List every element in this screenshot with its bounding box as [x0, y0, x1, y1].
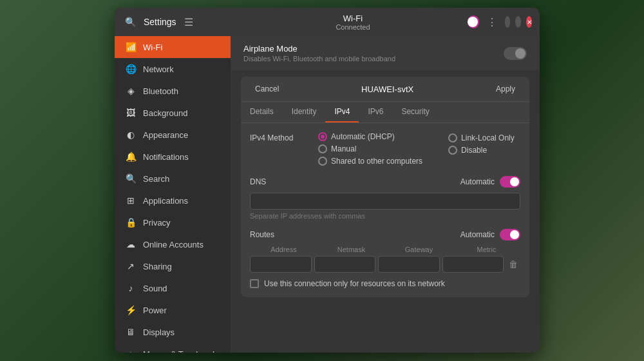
dialog-header: Cancel HUAWEI-svtX Apply	[241, 77, 529, 102]
dns-input[interactable]	[250, 193, 520, 210]
applications-icon: ⊞	[125, 195, 137, 206]
appearance-icon: ◐	[125, 130, 137, 140]
sidebar-item-label: Appearance	[143, 130, 188, 140]
routes-row: Routes Automatic	[250, 229, 520, 240]
sidebar-item-power[interactable]: ⚡ Power	[115, 299, 231, 321]
sidebar-item-sharing[interactable]: ↗ Sharing	[115, 255, 231, 277]
apply-button[interactable]: Apply	[491, 82, 520, 96]
minimize-button[interactable]: −	[505, 16, 511, 28]
search-icon[interactable]: 🔍	[122, 14, 138, 30]
privacy-icon: 🔒	[125, 217, 137, 228]
sidebar-item-background[interactable]: 🖼 Background	[115, 102, 231, 124]
close-button[interactable]: ✕	[526, 16, 532, 28]
radio-automatic[interactable]: Automatic (DHCP)	[318, 132, 422, 141]
radio-manual[interactable]: Manual	[318, 144, 422, 153]
wifi-panel-status: Connected	[336, 23, 370, 31]
sidebar-item-mouse-touchpad[interactable]: ⌖ Mouse & Touchpad	[115, 343, 231, 353]
sidebar-item-label: Privacy	[143, 218, 171, 228]
sidebar-item-notifications[interactable]: 🔔 Notifications	[115, 146, 231, 168]
sidebar-item-label: Notifications	[143, 152, 189, 162]
routes-gateway-input[interactable]	[378, 256, 440, 273]
airplane-title: Airplane Mode	[243, 44, 395, 54]
sidebar-item-network[interactable]: 🌐 Network	[115, 58, 231, 80]
background-icon: 🖼	[125, 108, 137, 118]
routes-label: Routes	[250, 230, 274, 239]
routes-col-netmask: Netmask	[320, 246, 383, 253]
airplane-mode-section: Airplane Mode Disables Wi-Fi, Bluetooth …	[231, 36, 540, 70]
power-icon: ⚡	[125, 305, 137, 315]
wifi-icon: 📶	[125, 42, 137, 52]
sidebar-item-label: Sharing	[143, 262, 172, 271]
wifi-toggle[interactable]	[468, 15, 479, 28]
radio-shared-circle	[318, 157, 327, 166]
sidebar-item-label: Network	[143, 64, 174, 74]
title-bar-right: ⋮ − □ ✕	[468, 14, 532, 31]
radio-shared-label: Shared to other computers	[331, 157, 422, 166]
routes-address-input[interactable]	[250, 256, 312, 273]
sidebar-item-search[interactable]: 🔍 Search	[115, 168, 231, 190]
radio-automatic-circle	[318, 132, 327, 141]
ipv4-method-label: IPv4 Method	[250, 132, 308, 142]
title-bar-center: Wi-Fi Connected	[238, 14, 468, 31]
radio-manual-label: Manual	[331, 144, 356, 153]
radio-shared[interactable]: Shared to other computers	[318, 157, 422, 166]
hamburger-icon[interactable]: ☰	[182, 14, 196, 31]
tab-details[interactable]: Details	[241, 102, 283, 122]
sidebar-item-label: Wi-Fi	[143, 43, 162, 52]
airplane-toggle[interactable]	[504, 47, 527, 60]
sidebar-item-appearance[interactable]: ◐ Appearance	[115, 124, 231, 146]
tab-ipv6[interactable]: IPv6	[359, 102, 392, 122]
only-resources-row: Use this connection only for resources o…	[250, 279, 520, 288]
more-options-icon[interactable]: ⋮	[484, 14, 500, 31]
wifi-panel-title: Wi-Fi	[343, 14, 363, 23]
routes-delete-button[interactable]: 🗑	[506, 258, 520, 271]
sidebar-item-wifi[interactable]: 📶 Wi-Fi	[115, 36, 231, 58]
tab-identity[interactable]: Identity	[283, 102, 326, 122]
ipv4-right-options: Link-Local Only Disable	[448, 132, 515, 155]
radio-link-local[interactable]: Link-Local Only	[448, 133, 515, 142]
sidebar-item-label: Bluetooth	[143, 86, 178, 96]
displays-icon: 🖥	[125, 327, 137, 337]
maximize-button[interactable]: □	[515, 16, 521, 28]
routes-netmask-input[interactable]	[314, 256, 376, 273]
radio-link-local-label: Link-Local Only	[461, 133, 515, 142]
sharing-icon: ↗	[125, 261, 137, 271]
only-resources-checkbox[interactable]	[250, 279, 259, 288]
dialog-title: HUAWEI-svtX	[361, 84, 413, 94]
airplane-description: Disables Wi-Fi, Bluetooth and mobile bro…	[243, 55, 395, 63]
bluetooth-icon: ◈	[125, 86, 137, 96]
sidebar-item-label: Displays	[143, 327, 175, 337]
dns-label: DNS	[250, 177, 266, 186]
content-area: 📶 Wi-Fi 🌐 Network ◈ Bluetooth 🖼 Backgrou…	[115, 36, 540, 353]
ipv4-left-options: Automatic (DHCP) Manual Shared to other …	[318, 132, 422, 166]
title-bar-left: 🔍 Settings ☰	[122, 14, 238, 31]
sidebar-item-label: Mouse & Touchpad	[143, 349, 214, 353]
sidebar-item-privacy[interactable]: 🔒 Privacy	[115, 211, 231, 233]
sidebar-item-sound[interactable]: ♪ Sound	[115, 277, 231, 299]
settings-window: 🔍 Settings ☰ Wi-Fi Connected ⋮ − □ ✕ 📶 W…	[115, 8, 540, 353]
sidebar-item-bluetooth[interactable]: ◈ Bluetooth	[115, 80, 231, 102]
sidebar-item-label: Sound	[143, 284, 167, 293]
dns-auto-toggle[interactable]	[500, 176, 520, 188]
routes-input-row: 🗑	[250, 256, 520, 273]
routes-auto-toggle[interactable]	[500, 229, 520, 240]
cancel-button[interactable]: Cancel	[250, 82, 284, 96]
dialog-body: IPv4 Method Automatic (DHCP) Manual	[241, 123, 529, 297]
radio-automatic-label: Automatic (DHCP)	[331, 132, 395, 141]
sidebar-item-online-accounts[interactable]: ☁ Online Accounts	[115, 233, 231, 255]
routes-metric-input[interactable]	[442, 256, 504, 273]
network-icon: 🌐	[125, 64, 137, 74]
tab-security[interactable]: Security	[392, 102, 438, 122]
dns-row: DNS Automatic	[250, 176, 520, 188]
dns-hint: Separate IP addresses with commas	[250, 212, 520, 220]
sidebar-item-displays[interactable]: 🖥 Displays	[115, 321, 231, 343]
routes-col-gateway: Gateway	[388, 246, 450, 253]
sidebar-item-applications[interactable]: ⊞ Applications	[115, 190, 231, 211]
dns-auto-label: Automatic	[460, 177, 495, 186]
routes-col-address: Address	[252, 246, 315, 253]
dialog-tabs: Details Identity IPv4 IPv6 Security	[241, 102, 529, 123]
tab-ipv4[interactable]: IPv4	[325, 102, 359, 122]
sidebar-item-label: Search	[143, 174, 169, 184]
radio-disable[interactable]: Disable	[448, 146, 515, 155]
title-bar: 🔍 Settings ☰ Wi-Fi Connected ⋮ − □ ✕	[115, 8, 540, 36]
